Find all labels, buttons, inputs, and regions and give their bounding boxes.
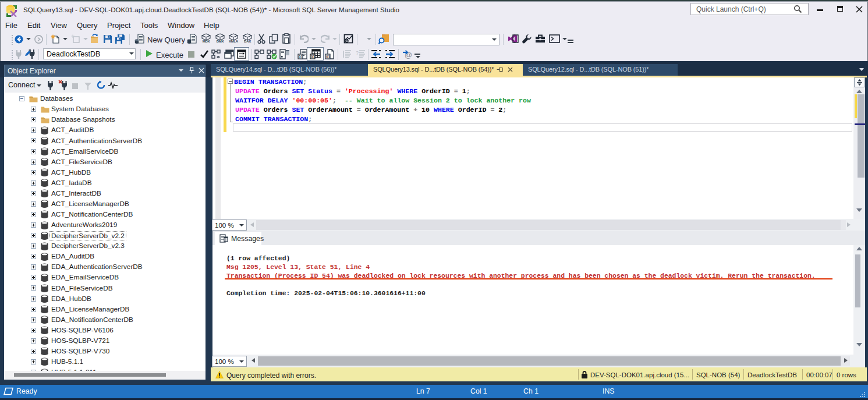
- svg-text:?: ?: [356, 50, 359, 56]
- svg-text:01: 01: [299, 55, 303, 59]
- svg-text:01: 01: [311, 55, 316, 59]
- svg-text:01: 01: [326, 55, 331, 59]
